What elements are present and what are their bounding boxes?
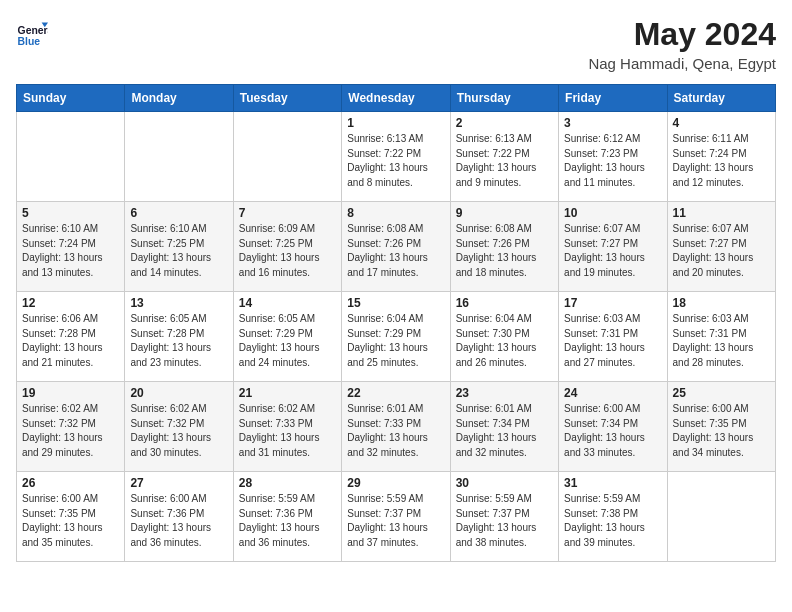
page-header: General Blue May 2024 Nag Hammadi, Qena,… [16, 16, 776, 72]
day-number: 31 [564, 476, 661, 490]
day-number: 11 [673, 206, 770, 220]
day-cell: 19Sunrise: 6:02 AMSunset: 7:32 PMDayligh… [17, 382, 125, 472]
day-cell: 6Sunrise: 6:10 AMSunset: 7:25 PMDaylight… [125, 202, 233, 292]
day-info: Sunrise: 6:00 AMSunset: 7:35 PMDaylight:… [22, 492, 119, 550]
day-number: 13 [130, 296, 227, 310]
day-number: 22 [347, 386, 444, 400]
day-number: 14 [239, 296, 336, 310]
day-number: 16 [456, 296, 553, 310]
day-number: 7 [239, 206, 336, 220]
day-info: Sunrise: 6:01 AMSunset: 7:34 PMDaylight:… [456, 402, 553, 460]
day-number: 24 [564, 386, 661, 400]
day-cell: 31Sunrise: 5:59 AMSunset: 7:38 PMDayligh… [559, 472, 667, 562]
day-info: Sunrise: 6:10 AMSunset: 7:25 PMDaylight:… [130, 222, 227, 280]
day-cell: 25Sunrise: 6:00 AMSunset: 7:35 PMDayligh… [667, 382, 775, 472]
day-cell: 8Sunrise: 6:08 AMSunset: 7:26 PMDaylight… [342, 202, 450, 292]
day-number: 23 [456, 386, 553, 400]
week-row-5: 26Sunrise: 6:00 AMSunset: 7:35 PMDayligh… [17, 472, 776, 562]
logo: General Blue [16, 16, 48, 48]
day-info: Sunrise: 5:59 AMSunset: 7:36 PMDaylight:… [239, 492, 336, 550]
header-cell-wednesday: Wednesday [342, 85, 450, 112]
day-cell [125, 112, 233, 202]
day-number: 10 [564, 206, 661, 220]
day-number: 1 [347, 116, 444, 130]
day-cell: 4Sunrise: 6:11 AMSunset: 7:24 PMDaylight… [667, 112, 775, 202]
header-cell-tuesday: Tuesday [233, 85, 341, 112]
day-info: Sunrise: 6:03 AMSunset: 7:31 PMDaylight:… [673, 312, 770, 370]
header-cell-monday: Monday [125, 85, 233, 112]
week-row-1: 1Sunrise: 6:13 AMSunset: 7:22 PMDaylight… [17, 112, 776, 202]
week-row-3: 12Sunrise: 6:06 AMSunset: 7:28 PMDayligh… [17, 292, 776, 382]
day-info: Sunrise: 6:02 AMSunset: 7:32 PMDaylight:… [130, 402, 227, 460]
day-info: Sunrise: 6:02 AMSunset: 7:32 PMDaylight:… [22, 402, 119, 460]
svg-text:General: General [18, 25, 48, 36]
day-number: 18 [673, 296, 770, 310]
day-info: Sunrise: 6:05 AMSunset: 7:28 PMDaylight:… [130, 312, 227, 370]
month-title: May 2024 [588, 16, 776, 53]
day-number: 9 [456, 206, 553, 220]
day-info: Sunrise: 6:06 AMSunset: 7:28 PMDaylight:… [22, 312, 119, 370]
day-number: 21 [239, 386, 336, 400]
header-cell-friday: Friday [559, 85, 667, 112]
day-cell: 11Sunrise: 6:07 AMSunset: 7:27 PMDayligh… [667, 202, 775, 292]
day-info: Sunrise: 6:12 AMSunset: 7:23 PMDaylight:… [564, 132, 661, 190]
day-info: Sunrise: 6:05 AMSunset: 7:29 PMDaylight:… [239, 312, 336, 370]
day-info: Sunrise: 5:59 AMSunset: 7:38 PMDaylight:… [564, 492, 661, 550]
day-cell: 7Sunrise: 6:09 AMSunset: 7:25 PMDaylight… [233, 202, 341, 292]
day-cell: 21Sunrise: 6:02 AMSunset: 7:33 PMDayligh… [233, 382, 341, 472]
day-info: Sunrise: 6:13 AMSunset: 7:22 PMDaylight:… [347, 132, 444, 190]
day-cell: 15Sunrise: 6:04 AMSunset: 7:29 PMDayligh… [342, 292, 450, 382]
day-cell: 24Sunrise: 6:00 AMSunset: 7:34 PMDayligh… [559, 382, 667, 472]
day-number: 12 [22, 296, 119, 310]
day-info: Sunrise: 6:00 AMSunset: 7:34 PMDaylight:… [564, 402, 661, 460]
day-info: Sunrise: 6:09 AMSunset: 7:25 PMDaylight:… [239, 222, 336, 280]
week-row-4: 19Sunrise: 6:02 AMSunset: 7:32 PMDayligh… [17, 382, 776, 472]
day-cell [667, 472, 775, 562]
day-cell: 28Sunrise: 5:59 AMSunset: 7:36 PMDayligh… [233, 472, 341, 562]
day-cell: 29Sunrise: 5:59 AMSunset: 7:37 PMDayligh… [342, 472, 450, 562]
day-info: Sunrise: 6:08 AMSunset: 7:26 PMDaylight:… [456, 222, 553, 280]
location: Nag Hammadi, Qena, Egypt [588, 55, 776, 72]
day-info: Sunrise: 6:03 AMSunset: 7:31 PMDaylight:… [564, 312, 661, 370]
day-info: Sunrise: 6:04 AMSunset: 7:29 PMDaylight:… [347, 312, 444, 370]
day-info: Sunrise: 6:13 AMSunset: 7:22 PMDaylight:… [456, 132, 553, 190]
week-row-2: 5Sunrise: 6:10 AMSunset: 7:24 PMDaylight… [17, 202, 776, 292]
header-cell-thursday: Thursday [450, 85, 558, 112]
day-info: Sunrise: 6:11 AMSunset: 7:24 PMDaylight:… [673, 132, 770, 190]
day-cell [17, 112, 125, 202]
day-number: 6 [130, 206, 227, 220]
svg-text:Blue: Blue [18, 36, 41, 47]
day-number: 15 [347, 296, 444, 310]
day-cell: 5Sunrise: 6:10 AMSunset: 7:24 PMDaylight… [17, 202, 125, 292]
day-number: 19 [22, 386, 119, 400]
day-info: Sunrise: 6:00 AMSunset: 7:35 PMDaylight:… [673, 402, 770, 460]
day-number: 25 [673, 386, 770, 400]
day-cell: 9Sunrise: 6:08 AMSunset: 7:26 PMDaylight… [450, 202, 558, 292]
day-number: 4 [673, 116, 770, 130]
day-info: Sunrise: 6:08 AMSunset: 7:26 PMDaylight:… [347, 222, 444, 280]
day-cell [233, 112, 341, 202]
day-info: Sunrise: 6:07 AMSunset: 7:27 PMDaylight:… [564, 222, 661, 280]
day-number: 8 [347, 206, 444, 220]
day-cell: 10Sunrise: 6:07 AMSunset: 7:27 PMDayligh… [559, 202, 667, 292]
day-number: 27 [130, 476, 227, 490]
calendar-body: 1Sunrise: 6:13 AMSunset: 7:22 PMDaylight… [17, 112, 776, 562]
day-info: Sunrise: 6:04 AMSunset: 7:30 PMDaylight:… [456, 312, 553, 370]
day-info: Sunrise: 6:01 AMSunset: 7:33 PMDaylight:… [347, 402, 444, 460]
day-number: 26 [22, 476, 119, 490]
day-number: 17 [564, 296, 661, 310]
day-info: Sunrise: 6:00 AMSunset: 7:36 PMDaylight:… [130, 492, 227, 550]
day-cell: 23Sunrise: 6:01 AMSunset: 7:34 PMDayligh… [450, 382, 558, 472]
title-block: May 2024 Nag Hammadi, Qena, Egypt [588, 16, 776, 72]
calendar-header: SundayMondayTuesdayWednesdayThursdayFrid… [17, 85, 776, 112]
day-info: Sunrise: 6:07 AMSunset: 7:27 PMDaylight:… [673, 222, 770, 280]
day-cell: 2Sunrise: 6:13 AMSunset: 7:22 PMDaylight… [450, 112, 558, 202]
day-cell: 12Sunrise: 6:06 AMSunset: 7:28 PMDayligh… [17, 292, 125, 382]
day-cell: 20Sunrise: 6:02 AMSunset: 7:32 PMDayligh… [125, 382, 233, 472]
day-cell: 1Sunrise: 6:13 AMSunset: 7:22 PMDaylight… [342, 112, 450, 202]
day-cell: 27Sunrise: 6:00 AMSunset: 7:36 PMDayligh… [125, 472, 233, 562]
day-cell: 18Sunrise: 6:03 AMSunset: 7:31 PMDayligh… [667, 292, 775, 382]
day-cell: 17Sunrise: 6:03 AMSunset: 7:31 PMDayligh… [559, 292, 667, 382]
day-cell: 26Sunrise: 6:00 AMSunset: 7:35 PMDayligh… [17, 472, 125, 562]
day-number: 5 [22, 206, 119, 220]
